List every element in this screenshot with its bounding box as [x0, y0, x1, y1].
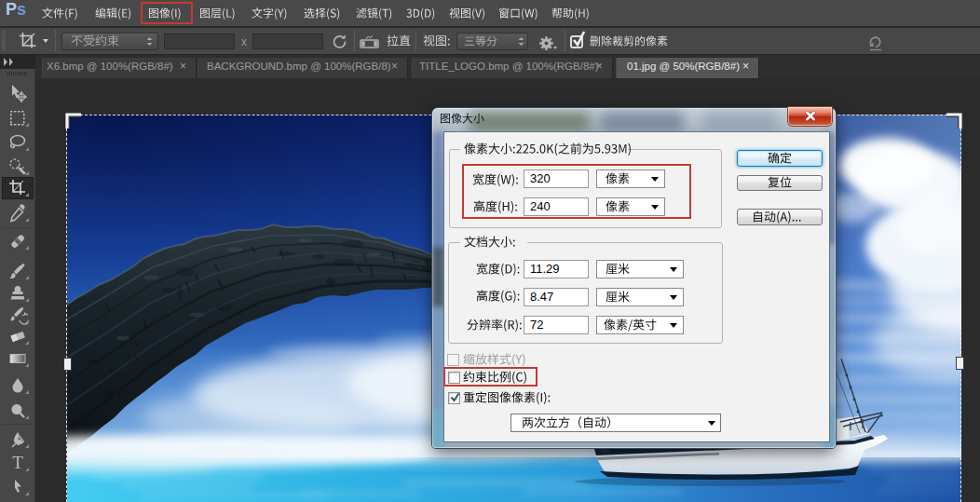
svg-text:T: T — [12, 453, 23, 472]
